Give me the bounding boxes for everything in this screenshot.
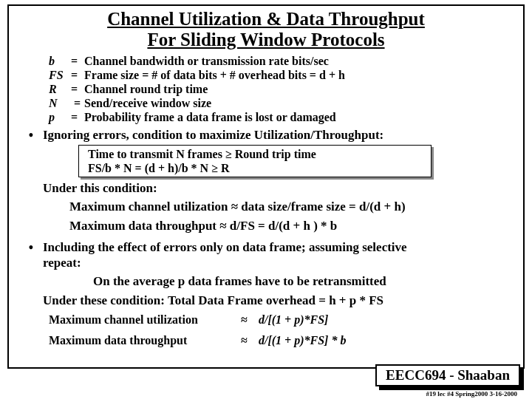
bullet-icon: • — [19, 127, 43, 143]
section-2-lead: Including the effect of errors only on d… — [43, 239, 513, 271]
def-eq: = — [71, 111, 84, 125]
under-line-1: Maximum channel utilization ≈ data size/… — [69, 199, 513, 214]
section-1-lead: Ignoring errors, condition to maximize U… — [43, 127, 513, 143]
def-row: R = Channel round trip time — [49, 83, 513, 97]
box-line-1: Time to transmit N frames ≥ Round trip t… — [88, 147, 422, 161]
author-stamp: EECC694 - Shaaban — [375, 364, 520, 386]
section-1: • Ignoring errors, condition to maximize… — [19, 127, 513, 143]
def-row: b = Channel bandwidth or transmission ra… — [49, 55, 513, 69]
def-sym: FS — [49, 69, 71, 83]
sec2-under: Under these condition: Total Data Frame … — [43, 293, 513, 308]
bullet-icon: • — [19, 239, 43, 271]
approx-icon: ≈ — [241, 311, 259, 329]
def-text: Channel bandwidth or transmission rate b… — [84, 55, 513, 69]
result-label: Maximum data throughput — [49, 332, 241, 349]
under-line-2: Maximum data throughput ≈ d/FS = d/(d + … — [69, 218, 513, 233]
section-2: • Including the effect of errors only on… — [19, 239, 513, 271]
def-sym: R — [49, 83, 71, 97]
slide: Channel Utilization & Data Throughput Fo… — [0, 0, 532, 399]
box-line-2: FS/b * N = (d + h)/b * N ≥ R — [88, 161, 422, 175]
sec2-lead-1: Including the effect of errors only on d… — [43, 240, 407, 254]
result-row: Maximum data throughput ≈ d/[(1 + p)*FS]… — [19, 332, 513, 349]
def-text: Probability frame a data frame is lost o… — [84, 111, 513, 125]
condition-box: Time to transmit N frames ≥ Round trip t… — [78, 145, 432, 177]
def-row: N = Send/receive window size — [49, 97, 513, 111]
result-row: Maximum channel utilization ≈ d/[(1 + p)… — [19, 311, 513, 329]
def-row: p = Probability frame a data frame is lo… — [49, 111, 513, 125]
def-sym: p — [49, 111, 71, 125]
def-text: Channel round trip time — [84, 83, 513, 97]
definitions-block: b = Channel bandwidth or transmission ra… — [49, 55, 513, 124]
title-line2: For Sliding Window Protocols — [147, 30, 384, 50]
approx-icon: ≈ — [241, 332, 259, 349]
content-frame: Channel Utilization & Data Throughput Fo… — [7, 4, 525, 369]
def-text: Send/receive window size — [84, 97, 513, 111]
slide-title: Channel Utilization & Data Throughput Fo… — [19, 9, 513, 50]
under-heading-1: Under this condition: — [43, 180, 513, 196]
def-eq: = — [71, 97, 84, 111]
sec2-lead-2: repeat: — [43, 256, 81, 270]
def-text: Frame size = # of data bits + # overhead… — [84, 69, 513, 83]
def-sym: b — [49, 55, 71, 69]
title-line1: Channel Utilization & Data Throughput — [107, 9, 425, 29]
def-sym: N — [49, 97, 71, 111]
def-eq: = — [71, 55, 84, 69]
def-eq: = — [71, 83, 84, 97]
def-row: FS = Frame size = # of data bits + # ove… — [49, 69, 513, 83]
def-eq: = — [71, 69, 84, 83]
slide-footer: #19 lec #4 Spring2000 3-16-2000 — [426, 390, 518, 398]
author-stamp-text: EECC694 - Shaaban — [375, 364, 520, 386]
result-expr: d/[(1 + p)*FS] * b — [259, 332, 513, 349]
sec2-avg: On the average p data frames have to be … — [93, 273, 513, 289]
result-expr: d/[(1 + p)*FS] — [259, 311, 513, 329]
result-label: Maximum channel utilization — [49, 311, 241, 329]
